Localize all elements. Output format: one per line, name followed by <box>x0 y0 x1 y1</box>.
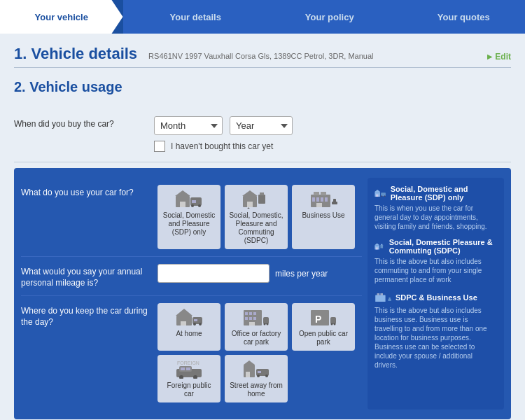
home-icon <box>175 307 203 327</box>
info-sdp-text: This is when you use the car for general… <box>374 204 497 231</box>
nav-bar: Your vehicle Your details Your policy Yo… <box>0 0 525 34</box>
info-sdpc-icon <box>374 240 385 253</box>
sdpc-label: Social, Domestic, Pleasure and Commuting… <box>229 211 284 245</box>
option-business[interactable]: Business Use <box>292 185 355 249</box>
business-icon <box>309 189 337 209</box>
svg-point-39 <box>264 323 266 326</box>
section2-title: 2. Vehicle usage <box>14 79 511 95</box>
location-home[interactable]: At home <box>158 303 220 351</box>
info-sdpc-text: This is the above but also includes comm… <box>374 257 497 284</box>
svg-rect-16 <box>312 197 315 202</box>
svg-rect-34 <box>245 317 248 320</box>
info-sdpc-title: Social, Domestic Pleasure & Commuting (S… <box>389 238 497 255</box>
svg-rect-59 <box>258 371 261 373</box>
car-use-options: Social, Domestic and Pleasure (SDP) only <box>158 185 355 249</box>
svg-rect-62 <box>376 195 378 197</box>
info-business-title: SDPC & Business Use <box>396 293 477 302</box>
svg-point-44 <box>331 323 333 326</box>
edit-link[interactable]: Edit <box>487 52 511 62</box>
svg-text:FOREIGN: FOREIGN <box>177 360 200 365</box>
svg-rect-31 <box>245 312 248 315</box>
svg-rect-29 <box>194 319 197 321</box>
public-carpark-icon: P <box>309 307 337 327</box>
info-business-icon <box>374 291 391 304</box>
nav-your-vehicle[interactable]: Your vehicle <box>0 0 123 34</box>
svg-point-5 <box>198 204 201 207</box>
svg-rect-35 <box>249 317 252 320</box>
svg-marker-67 <box>374 244 379 246</box>
date-dropdowns: Month JanuaryFebruaryMarch AprilMayJune … <box>154 116 511 135</box>
svg-rect-17 <box>316 197 319 202</box>
location-street[interactable]: Street away from home <box>225 355 288 402</box>
car-use-label: What do you use your car for? <box>21 185 158 199</box>
location-options-row2: FOREIGN Foreign public car <box>21 355 288 402</box>
svg-point-45 <box>334 323 336 326</box>
svg-rect-37 <box>249 322 255 326</box>
purchase-date-controls: Month JanuaryFebruaryMarch AprilMayJune … <box>154 116 511 152</box>
svg-rect-2 <box>180 202 186 207</box>
mileage-input[interactable] <box>158 264 270 283</box>
svg-rect-72 <box>377 293 380 295</box>
nav-your-policy[interactable]: Your policy <box>257 0 391 34</box>
keep-car-row: Where do you keep the car during the day… <box>21 295 362 410</box>
info-sdp: Social, Domestic and Pleasure (SDP) only… <box>374 185 497 231</box>
svg-point-57 <box>257 374 260 377</box>
svg-rect-11 <box>260 192 264 195</box>
blue-section-left: What do you use your car for? <box>21 178 362 410</box>
street-icon <box>242 359 270 379</box>
mileage-label: What would you say your annual personal … <box>21 264 158 288</box>
svg-point-28 <box>199 323 202 326</box>
location-office[interactable]: Office or factory car park <box>225 303 288 351</box>
svg-rect-20 <box>316 203 322 207</box>
location-foreign[interactable]: FOREIGN Foreign public car <box>158 355 220 402</box>
blue-usage-section: What do you use your car for? <box>14 168 511 419</box>
main-content: 1. Vehicle details RS461NV 1997 Vauxhall… <box>0 34 525 420</box>
svg-rect-73 <box>380 293 383 295</box>
year-select[interactable]: Year 202420232022 202120202015 201020052… <box>230 116 293 135</box>
svg-marker-61 <box>374 190 380 192</box>
miles-suffix: miles per year <box>275 269 328 279</box>
svg-rect-22 <box>332 202 337 204</box>
nav-your-details[interactable]: Your details <box>123 0 258 34</box>
svg-rect-9 <box>247 202 253 207</box>
sdp-icon <box>175 189 203 209</box>
option-sdpc[interactable]: Social, Domestic, Pleasure and Commuting… <box>225 185 288 249</box>
svg-point-65 <box>384 195 386 197</box>
not-bought-checkbox[interactable] <box>154 141 165 152</box>
svg-rect-14 <box>314 192 319 195</box>
info-business: SDPC & Business Use This is the above bu… <box>374 291 497 370</box>
sdpc-icon <box>242 189 270 209</box>
svg-rect-38 <box>263 317 269 324</box>
purchase-date-label: When did you buy the car? <box>14 116 154 130</box>
purchase-date-row: When did you buy the car? Month JanuaryF… <box>14 106 511 162</box>
not-bought-label: I haven't bought this car yet <box>171 141 273 151</box>
info-sdp-icon <box>374 187 386 200</box>
svg-point-4 <box>191 204 194 207</box>
svg-point-58 <box>265 374 268 377</box>
svg-rect-6 <box>192 200 196 203</box>
foreign-icon: FOREIGN <box>175 359 203 379</box>
location-options: At home <box>158 303 355 351</box>
option-sdp[interactable]: Social, Domestic and Pleasure (SDP) only <box>158 185 220 249</box>
svg-rect-36 <box>253 317 256 320</box>
vehicle-info: RS461NV 1997 Vauxhall Corsa Gls, 1389CC … <box>148 52 373 60</box>
svg-rect-71 <box>375 295 385 302</box>
svg-marker-1 <box>175 190 190 196</box>
svg-marker-8 <box>242 190 258 196</box>
foreign-label: Foreign public car <box>162 382 216 398</box>
nav-your-quotes[interactable]: Your quotes <box>391 0 526 34</box>
svg-marker-54 <box>244 360 255 365</box>
location-public[interactable]: P Open public car park <box>292 303 355 351</box>
sdp-label: Social, Domestic and Pleasure (SDP) only <box>162 211 216 237</box>
vehicle-details-header: 1. Vehicle details RS461NV 1997 Vauxhall… <box>14 45 511 68</box>
svg-rect-75 <box>388 299 391 300</box>
svg-point-40 <box>267 323 269 326</box>
svg-point-27 <box>193 323 196 326</box>
svg-marker-24 <box>176 309 192 316</box>
not-bought-row: I haven't bought this car yet <box>154 141 511 152</box>
month-select[interactable]: Month JanuaryFebruaryMarch AprilMayJune … <box>154 116 223 135</box>
svg-rect-33 <box>253 312 256 315</box>
svg-rect-32 <box>249 312 252 315</box>
info-sdpc: Social, Domestic Pleasure & Commuting (S… <box>374 238 497 284</box>
mileage-row: What would you say your annual personal … <box>21 256 362 295</box>
